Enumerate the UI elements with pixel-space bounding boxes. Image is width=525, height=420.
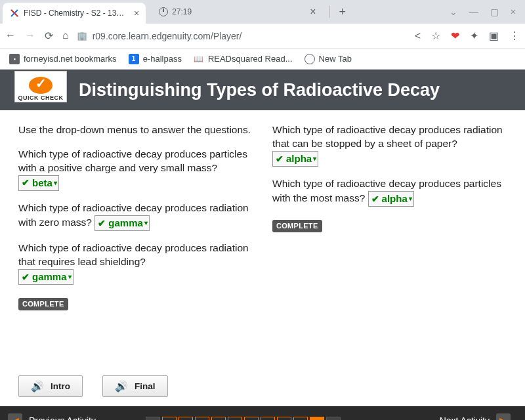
badge-label: QUICK CHECK bbox=[18, 94, 63, 102]
chevron-down-icon[interactable]: ⌄ bbox=[450, 7, 457, 17]
tab-bar: FISD - Chemistry - S2 - 132000 - × 27:19… bbox=[0, 0, 525, 24]
chevron-down-icon: ▾ bbox=[313, 154, 316, 163]
close-window-icon[interactable]: × bbox=[511, 7, 516, 17]
maximize-icon[interactable]: ▢ bbox=[490, 7, 499, 17]
progress-box[interactable] bbox=[178, 417, 193, 420]
audio-bar: 🔊 Intro 🔊 Final bbox=[0, 370, 525, 406]
question-4: Which type of radioactive decay produces… bbox=[272, 123, 507, 167]
browser-tab-active[interactable]: FISD - Chemistry - S2 - 132000 - × bbox=[3, 3, 146, 24]
speaker-icon: 🔊 bbox=[115, 380, 128, 392]
progress-box[interactable] bbox=[228, 417, 242, 420]
toolbar-actions: < ☆ ❤ ✦ ▣ ⋮ bbox=[415, 30, 520, 42]
complete-badge: COMPLETE bbox=[272, 220, 322, 232]
answer-select-1[interactable]: ✔beta▾ bbox=[18, 175, 59, 191]
prev-arrow-button[interactable]: ◀ bbox=[8, 413, 22, 420]
bookmark-star-icon[interactable]: ☆ bbox=[431, 30, 440, 42]
timer-tab[interactable]: 27:19 × bbox=[150, 6, 325, 18]
progress-box[interactable] bbox=[195, 417, 209, 420]
speaker-icon: 🔊 bbox=[31, 380, 44, 392]
timer-value: 27:19 bbox=[172, 7, 192, 16]
pin-extension-icon[interactable]: ❤ bbox=[451, 30, 459, 42]
favicon-icon bbox=[9, 8, 20, 18]
site-info-icon[interactable]: 🏢 bbox=[77, 31, 87, 41]
final-audio-button[interactable]: 🔊 Final bbox=[102, 375, 168, 397]
extensions-icon[interactable]: ✦ bbox=[470, 30, 478, 42]
progress-box[interactable] bbox=[293, 417, 308, 420]
tab-separator bbox=[329, 6, 330, 18]
lesson-header: QUICK CHECK Distinguishing Types of Radi… bbox=[0, 70, 525, 110]
url-text: r09.core.learn.edgenuity.com/Player/ bbox=[93, 31, 242, 41]
intro-audio-button[interactable]: 🔊 Intro bbox=[18, 375, 83, 397]
check-icon: ✔ bbox=[371, 193, 379, 205]
question-3: Which type of radioactive decay produces… bbox=[18, 242, 253, 285]
check-icon: ✔ bbox=[98, 217, 106, 230]
tab-title: FISD - Chemistry - S2 - 132000 - bbox=[24, 9, 129, 18]
answer-select-2[interactable]: ✔gamma▾ bbox=[94, 215, 150, 231]
prev-activity-link[interactable]: Previous Activity bbox=[29, 415, 96, 420]
question-5: Which type of radioactive decay produces… bbox=[272, 177, 507, 207]
sidepanel-icon[interactable]: ▣ bbox=[489, 30, 499, 42]
answer-select-5[interactable]: ✔alpha▾ bbox=[368, 191, 414, 207]
bookmark-icon: 1 bbox=[129, 54, 139, 64]
bookmark-newtab[interactable]: New Tab bbox=[304, 54, 352, 64]
home-button[interactable]: ⌂ bbox=[62, 30, 69, 42]
bookmark-icon: 📖 bbox=[194, 54, 204, 64]
globe-icon bbox=[304, 54, 315, 64]
progress-box-current[interactable] bbox=[310, 417, 324, 420]
progress-box[interactable] bbox=[326, 417, 341, 420]
check-icon: ✔ bbox=[22, 177, 30, 189]
folder-icon: ▪ bbox=[9, 54, 20, 64]
chevron-down-icon: ▾ bbox=[68, 272, 72, 282]
progress-box[interactable] bbox=[162, 417, 177, 420]
answer-select-3[interactable]: ✔gamma▾ bbox=[18, 269, 74, 285]
instructions-text: Use the drop-down menus to answer the qu… bbox=[18, 123, 253, 137]
bookmarks-bar: ▪ forneyisd.net bookmarks 1 e-hallpass 📖… bbox=[0, 49, 525, 70]
question-2: Which type of radioactive decay produces… bbox=[18, 201, 253, 231]
check-icon: ✔ bbox=[22, 271, 30, 284]
clock-icon bbox=[159, 7, 168, 16]
column-left: Use the drop-down menus to answer the qu… bbox=[18, 123, 266, 370]
forward-button[interactable]: → bbox=[25, 30, 35, 42]
chevron-down-icon: ▾ bbox=[409, 194, 412, 203]
bookmark-readsquared[interactable]: 📖 READsquared Read... bbox=[194, 54, 293, 64]
browser-chrome: FISD - Chemistry - S2 - 132000 - × 27:19… bbox=[0, 0, 525, 70]
share-icon[interactable]: < bbox=[415, 30, 421, 42]
content-area: Use the drop-down menus to answer the qu… bbox=[0, 110, 525, 370]
answer-select-4[interactable]: ✔alpha▾ bbox=[272, 151, 318, 167]
checkmark-icon bbox=[29, 77, 52, 94]
bottom-nav: ◀ Previous Activity Next Activity ▶ bbox=[0, 406, 525, 420]
quick-check-badge: QUICK CHECK bbox=[14, 71, 67, 102]
reload-button[interactable]: ⟳ bbox=[45, 30, 53, 42]
progress-box[interactable] bbox=[277, 417, 291, 420]
chevron-down-icon: ▾ bbox=[144, 219, 148, 228]
window-controls: ⌄ — ▢ × bbox=[450, 7, 522, 17]
toolbar: ← → ⟳ ⌂ 🏢 r09.core.learn.edgenuity.com/P… bbox=[0, 24, 525, 49]
bookmark-ehallpass[interactable]: 1 e-hallpass bbox=[129, 54, 182, 64]
check-icon: ✔ bbox=[276, 153, 284, 165]
bookmark-folder[interactable]: ▪ forneyisd.net bookmarks bbox=[9, 54, 117, 64]
minimize-icon[interactable]: — bbox=[469, 7, 478, 17]
progress-box[interactable] bbox=[244, 417, 259, 420]
menu-icon[interactable]: ⋮ bbox=[509, 30, 520, 42]
close-icon[interactable]: × bbox=[310, 6, 316, 18]
next-arrow-button[interactable]: ▶ bbox=[496, 413, 511, 420]
question-1: Which type of radioactive decay produces… bbox=[18, 148, 253, 191]
new-tab-button[interactable]: + bbox=[339, 5, 346, 19]
next-activity-link[interactable]: Next Activity bbox=[440, 415, 490, 420]
back-button[interactable]: ← bbox=[5, 30, 16, 42]
nav-arrows: ← → ⟳ ⌂ bbox=[5, 30, 69, 42]
column-right: Which type of radioactive decay produces… bbox=[266, 123, 507, 370]
complete-badge: COMPLETE bbox=[18, 298, 68, 310]
progress-box[interactable] bbox=[261, 417, 275, 420]
page-title: Distinguishing Types of Radioactive Deca… bbox=[79, 80, 440, 100]
progress-box[interactable] bbox=[211, 417, 226, 420]
chevron-down-icon: ▾ bbox=[54, 178, 57, 188]
close-icon[interactable]: × bbox=[134, 8, 139, 18]
url-bar[interactable]: 🏢 r09.core.learn.edgenuity.com/Player/ bbox=[77, 31, 407, 41]
progress-indicator bbox=[146, 417, 341, 420]
progress-box[interactable] bbox=[146, 417, 160, 420]
